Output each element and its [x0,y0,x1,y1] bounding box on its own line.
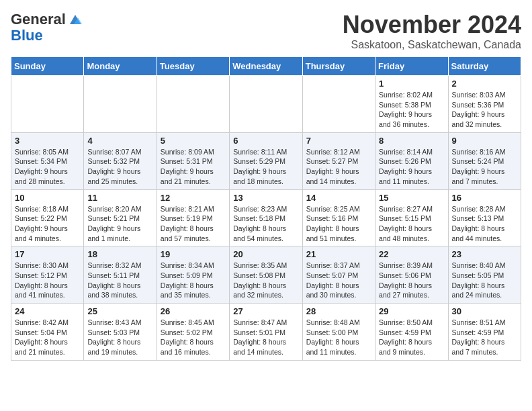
calendar-cell: 25Sunrise: 8:43 AM Sunset: 5:03 PM Dayli… [84,304,157,361]
calendar-cell: 30Sunrise: 8:51 AM Sunset: 4:59 PM Dayli… [448,304,521,361]
location-title: Saskatoon, Saskatchewan, Canada [343,39,521,51]
day-info: Sunrise: 8:25 AM Sunset: 5:16 PM Dayligh… [306,204,371,244]
calendar-cell [11,76,84,133]
calendar-cell: 6Sunrise: 8:11 AM Sunset: 5:29 PM Daylig… [230,132,302,189]
calendar-cell: 27Sunrise: 8:47 AM Sunset: 5:01 PM Dayli… [230,304,302,361]
day-info: Sunrise: 8:02 AM Sunset: 5:38 PM Dayligh… [379,90,444,130]
day-number: 3 [15,136,80,146]
day-number: 28 [306,306,371,316]
day-info: Sunrise: 8:34 AM Sunset: 5:09 PM Dayligh… [161,261,226,300]
header: General Blue November 2024 Saskatoon, Sa… [11,11,521,51]
day-number: 13 [233,193,298,203]
day-number: 1 [379,79,444,89]
day-info: Sunrise: 8:51 AM Sunset: 4:59 PM Dayligh… [452,318,517,357]
day-info: Sunrise: 8:40 AM Sunset: 5:05 PM Dayligh… [452,261,517,300]
day-info: Sunrise: 8:47 AM Sunset: 5:01 PM Dayligh… [233,318,298,357]
calendar-cell: 1Sunrise: 8:02 AM Sunset: 5:38 PM Daylig… [375,76,448,133]
day-info: Sunrise: 8:43 AM Sunset: 5:03 PM Dayligh… [87,318,152,357]
month-title: November 2024 [343,11,521,39]
day-number: 27 [233,306,298,316]
day-number: 23 [452,249,517,259]
title-area: November 2024 Saskatoon, Saskatchewan, C… [343,11,521,51]
calendar-cell: 16Sunrise: 8:28 AM Sunset: 5:13 PM Dayli… [448,189,521,246]
day-info: Sunrise: 8:42 AM Sunset: 5:04 PM Dayligh… [15,318,80,357]
calendar-cell: 3Sunrise: 8:05 AM Sunset: 5:34 PM Daylig… [11,132,84,189]
day-info: Sunrise: 8:12 AM Sunset: 5:27 PM Dayligh… [306,147,371,187]
calendar-cell: 22Sunrise: 8:39 AM Sunset: 5:06 PM Dayli… [375,246,448,304]
day-number: 4 [87,136,152,146]
weekday-header-thursday: Thursday [302,57,375,76]
day-number: 21 [306,249,371,259]
day-number: 19 [161,249,226,259]
logo-general: General [11,11,66,28]
day-info: Sunrise: 8:39 AM Sunset: 5:06 PM Dayligh… [379,261,444,300]
calendar-week-2: 3Sunrise: 8:05 AM Sunset: 5:34 PM Daylig… [11,132,521,189]
logo-blue: Blue [11,27,43,44]
day-info: Sunrise: 8:07 AM Sunset: 5:32 PM Dayligh… [87,147,152,187]
calendar-cell: 14Sunrise: 8:25 AM Sunset: 5:16 PM Dayli… [302,189,375,246]
calendar-week-5: 24Sunrise: 8:42 AM Sunset: 5:04 PM Dayli… [11,304,521,361]
calendar-cell: 13Sunrise: 8:23 AM Sunset: 5:18 PM Dayli… [230,189,302,246]
calendar-cell: 24Sunrise: 8:42 AM Sunset: 5:04 PM Dayli… [11,304,84,361]
calendar-cell [302,76,375,133]
day-number: 10 [15,193,80,203]
calendar-cell: 28Sunrise: 8:48 AM Sunset: 5:00 PM Dayli… [302,304,375,361]
day-number: 24 [15,306,80,316]
day-info: Sunrise: 8:50 AM Sunset: 4:59 PM Dayligh… [379,318,444,357]
weekday-header-monday: Monday [84,57,157,76]
calendar-cell: 20Sunrise: 8:35 AM Sunset: 5:08 PM Dayli… [230,246,302,304]
day-number: 7 [306,136,371,146]
day-number: 6 [233,136,298,146]
calendar-cell: 18Sunrise: 8:32 AM Sunset: 5:11 PM Dayli… [84,246,157,304]
weekday-header-saturday: Saturday [448,57,521,76]
day-number: 2 [452,79,517,89]
day-number: 9 [452,136,517,146]
day-number: 30 [452,306,517,316]
day-number: 5 [161,136,226,146]
calendar-week-3: 10Sunrise: 8:18 AM Sunset: 5:22 PM Dayli… [11,189,521,246]
day-info: Sunrise: 8:16 AM Sunset: 5:24 PM Dayligh… [452,147,517,187]
calendar-cell: 29Sunrise: 8:50 AM Sunset: 4:59 PM Dayli… [375,304,448,361]
day-number: 22 [379,249,444,259]
day-number: 29 [379,306,444,316]
calendar-cell: 21Sunrise: 8:37 AM Sunset: 5:07 PM Dayli… [302,246,375,304]
day-info: Sunrise: 8:21 AM Sunset: 5:19 PM Dayligh… [161,204,226,244]
day-info: Sunrise: 8:35 AM Sunset: 5:08 PM Dayligh… [233,261,298,300]
calendar-week-1: 1Sunrise: 8:02 AM Sunset: 5:38 PM Daylig… [11,76,521,133]
day-info: Sunrise: 8:37 AM Sunset: 5:07 PM Dayligh… [306,261,371,300]
calendar-cell [157,76,229,133]
calendar-cell: 23Sunrise: 8:40 AM Sunset: 5:05 PM Dayli… [448,246,521,304]
day-info: Sunrise: 8:14 AM Sunset: 5:26 PM Dayligh… [379,147,444,187]
calendar-cell: 12Sunrise: 8:21 AM Sunset: 5:19 PM Dayli… [157,189,229,246]
calendar-cell: 15Sunrise: 8:27 AM Sunset: 5:15 PM Dayli… [375,189,448,246]
calendar-cell [84,76,157,133]
day-info: Sunrise: 8:30 AM Sunset: 5:12 PM Dayligh… [15,261,80,300]
day-number: 14 [306,193,371,203]
day-number: 15 [379,193,444,203]
day-number: 25 [87,306,152,316]
weekday-header-row: SundayMondayTuesdayWednesdayThursdayFrid… [11,57,521,76]
weekday-header-wednesday: Wednesday [230,57,302,76]
day-number: 12 [161,193,226,203]
day-number: 18 [87,249,152,259]
day-info: Sunrise: 8:32 AM Sunset: 5:11 PM Dayligh… [87,261,152,300]
calendar-cell: 11Sunrise: 8:20 AM Sunset: 5:21 PM Dayli… [84,189,157,246]
calendar-week-4: 17Sunrise: 8:30 AM Sunset: 5:12 PM Dayli… [11,246,521,304]
calendar-cell: 10Sunrise: 8:18 AM Sunset: 5:22 PM Dayli… [11,189,84,246]
logo: General Blue [11,11,82,44]
day-number: 17 [15,249,80,259]
day-info: Sunrise: 8:20 AM Sunset: 5:21 PM Dayligh… [87,204,152,244]
calendar: SundayMondayTuesdayWednesdayThursdayFrid… [11,56,521,361]
day-info: Sunrise: 8:23 AM Sunset: 5:18 PM Dayligh… [233,204,298,244]
calendar-cell: 17Sunrise: 8:30 AM Sunset: 5:12 PM Dayli… [11,246,84,304]
day-number: 26 [161,306,226,316]
calendar-cell: 5Sunrise: 8:09 AM Sunset: 5:31 PM Daylig… [157,132,229,189]
day-info: Sunrise: 8:11 AM Sunset: 5:29 PM Dayligh… [233,147,298,187]
day-info: Sunrise: 8:48 AM Sunset: 5:00 PM Dayligh… [306,318,371,357]
weekday-header-friday: Friday [375,57,448,76]
day-number: 16 [452,193,517,203]
calendar-cell: 9Sunrise: 8:16 AM Sunset: 5:24 PM Daylig… [448,132,521,189]
day-number: 20 [233,249,298,259]
day-number: 8 [379,136,444,146]
day-info: Sunrise: 8:03 AM Sunset: 5:36 PM Dayligh… [452,90,517,130]
